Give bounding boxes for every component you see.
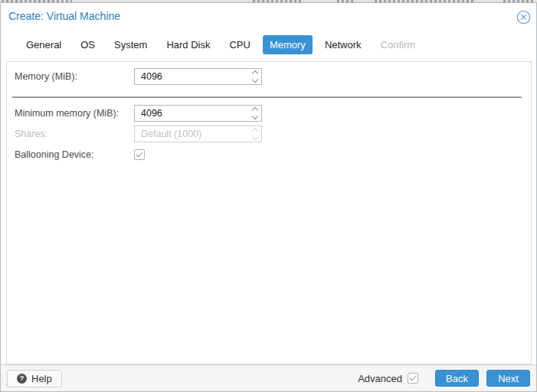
create-vm-dialog: Create: Virtual Machine General OS Syste… (0, 2, 537, 392)
advanced-label: Advanced (358, 373, 402, 384)
memory-form-panel: Memory (MiB): Minimum memory (MiB): (6, 61, 532, 364)
next-button[interactable]: Next (486, 370, 530, 387)
memory-label: Memory (MiB): (9, 71, 134, 82)
shares-row: Shares: (9, 126, 526, 142)
shares-input (134, 126, 262, 142)
tab-general[interactable]: General (19, 35, 68, 54)
dialog-titlebar: Create: Virtual Machine (1, 3, 536, 32)
ballooning-checkbox[interactable] (134, 149, 145, 160)
ballooning-label: Ballooning Device: (9, 149, 134, 160)
back-button[interactable]: Back (435, 370, 479, 387)
help-button[interactable]: Help (7, 370, 62, 387)
help-button-label: Help (31, 373, 52, 384)
tab-confirm: Confirm (374, 35, 423, 54)
shares-spin-buttons (253, 129, 257, 139)
tab-network[interactable]: Network (318, 35, 368, 54)
wizard-tabbar: General OS System Hard Disk CPU Memory N… (19, 35, 422, 54)
tab-cpu[interactable]: CPU (222, 35, 257, 54)
advanced-checkbox[interactable] (408, 373, 418, 384)
advanced-separator (12, 96, 522, 98)
spinner-down-icon (252, 77, 258, 83)
min-memory-spinner (134, 105, 262, 122)
tab-hard-disk[interactable]: Hard Disk (159, 35, 217, 54)
shares-spinner (134, 126, 262, 142)
memory-spinner (134, 68, 262, 85)
close-icon (516, 10, 531, 24)
min-memory-spin-buttons[interactable] (253, 108, 257, 119)
tab-memory[interactable]: Memory (263, 35, 313, 54)
ballooning-row: Ballooning Device: (9, 146, 526, 163)
memory-input[interactable] (134, 68, 262, 85)
help-icon (17, 374, 27, 384)
tab-system[interactable]: System (107, 35, 154, 54)
min-memory-row: Minimum memory (MiB): (9, 105, 526, 122)
tab-os[interactable]: OS (74, 35, 102, 54)
checkmark-icon (410, 374, 416, 381)
close-button[interactable] (516, 9, 531, 24)
shares-label: Shares: (9, 129, 134, 139)
spinner-down-icon (252, 134, 258, 140)
dialog-title: Create: Virtual Machine (8, 10, 120, 22)
min-memory-input[interactable] (134, 105, 262, 122)
min-memory-label: Minimum memory (MiB): (9, 108, 134, 119)
memory-spin-buttons[interactable] (253, 71, 257, 82)
spinner-down-icon (252, 113, 258, 119)
checkmark-icon (136, 151, 142, 157)
dialog-footer: Help Advanced Back Next (1, 364, 536, 391)
memory-row: Memory (MiB): (9, 68, 526, 85)
